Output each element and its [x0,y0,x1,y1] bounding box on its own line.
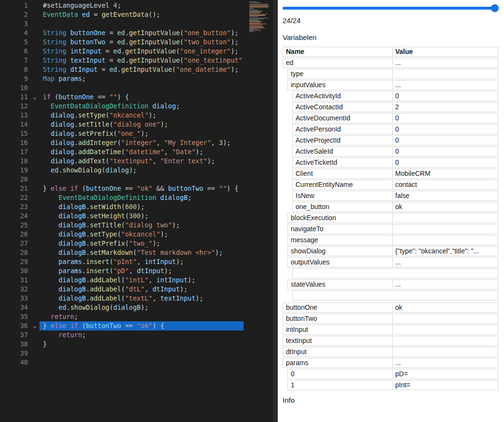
variable-row[interactable]: one_buttonok [292,202,498,212]
line-number[interactable]: 7 [0,56,30,65]
line-number[interactable]: 28 [0,248,30,257]
code-line[interactable]: 37 return; [0,330,278,340]
variable-row[interactable]: ActiveSaleId0 [292,146,498,157]
line-number[interactable]: 11 [0,92,30,102]
variable-row[interactable]: blockExecution [287,213,498,223]
line-number[interactable]: 6 [0,47,30,56]
line-number[interactable]: 31 [0,276,30,285]
line-number[interactable]: 38 [0,340,30,349]
line-number[interactable]: 3 [0,19,30,28]
variable-row[interactable]: buttonOneok [283,303,498,313]
code-line[interactable]: 18 dialog.addText("textinput", "Enter te… [0,157,278,166]
code-line[interactable]: 23 dialogB.setWidth(600); [0,202,278,211]
variable-row[interactable]: navigateTo [287,224,498,234]
variable-row[interactable]: textInput [283,336,498,346]
variable-row[interactable]: outputValues... [287,257,498,267]
code-line[interactable]: 16 dialog.addInteger("integer", "My Inte… [0,138,278,147]
line-number[interactable]: 18 [0,157,30,166]
code-line[interactable]: 7String textInput = ed.getInputValue("on… [0,56,278,65]
progress-slider[interactable] [283,4,498,13]
line-number[interactable]: 15 [0,129,30,138]
code-line[interactable]: 12 EventDataDialogDefinition dialog; [0,102,278,111]
line-number[interactable]: 30 [0,266,30,276]
fold-down-icon[interactable]: ⌄ [30,92,39,102]
variable-row[interactable]: stateValues... [287,279,498,290]
line-number[interactable]: 4 [0,28,30,38]
line-number[interactable]: 40 [0,358,30,367]
line-number[interactable]: 34 [0,303,30,312]
code-line[interactable]: 24 dialogB.setHeight(300); [0,211,278,221]
editor-scrollbar[interactable] [273,0,278,422]
line-number[interactable]: 32 [0,285,30,294]
line-number[interactable]: 5 [0,38,30,47]
code-line[interactable]: 15 dialog.setPrefix("one_"); [0,129,278,138]
variable-row[interactable]: ActiveActivityId0 [292,91,498,101]
line-number[interactable]: 33 [0,294,30,303]
line-number[interactable]: 16 [0,138,30,147]
code-line[interactable]: 38} [0,340,278,349]
code-line[interactable]: 6String intInput = ed.getInputValue("one… [0,47,278,56]
line-number[interactable]: 10 [0,83,30,92]
code-line[interactable]: 40 [0,358,278,367]
code-line[interactable]: 19 ed.showDialog(dialog); [0,166,278,175]
code-line[interactable]: 9Map params; [0,74,278,83]
variable-row[interactable]: CurrentEntityNamecontact [292,180,498,190]
slider-thumb[interactable] [491,4,499,12]
variable-row[interactable]: ActiveTicketId0 [292,158,498,168]
code-line[interactable]: 25 dialogB.setTitle("dialog two"); [0,221,278,230]
code-editor[interactable]: 1#setLanguageLevel 4;2EventData ed = get… [0,0,278,422]
code-line[interactable]: 35 return; [0,312,278,321]
code-line[interactable]: 11⌄if (buttonOne == "") { [0,92,278,102]
variable-row[interactable]: showDialog{"type": "okcancel","title": "… [287,246,498,256]
line-number[interactable]: 13 [0,111,30,120]
variable-row[interactable] [292,268,498,278]
code-line[interactable]: 8String dtInput = ed.getInputValue("one_… [0,65,278,74]
minimap[interactable] [249,1,271,37]
code-line[interactable]: 36⌄} else if (buttonTwo == "ok") { [0,321,278,330]
line-number[interactable]: 35 [0,312,30,321]
variable-row[interactable]: ActivePersonId0 [292,124,498,134]
code-line[interactable]: 30 params.insert("pD", dtInput); [0,266,278,276]
code-line[interactable]: 13 dialog.setType("okcancel"); [0,111,278,120]
code-line[interactable]: 33 dialogB.addLabel("textL", textInput); [0,294,278,303]
line-number[interactable]: 14 [0,120,30,129]
line-number[interactable]: 19 [0,166,30,175]
variable-row[interactable]: intInput [283,325,498,335]
code-line[interactable]: 5String buttonTwo = ed.getInputValue("tw… [0,38,278,47]
line-number[interactable]: 22 [0,193,30,202]
code-line[interactable]: 21} else if (buttonOne == "ok" && button… [0,184,278,193]
variable-row[interactable]: IsNewfalse [292,191,498,201]
code-line[interactable]: 14 dialog.setTitle("dialog one"); [0,120,278,129]
variable-row[interactable]: ActiveProjectId0 [292,135,498,145]
slider-track[interactable] [283,7,498,10]
variable-row[interactable]: dtInput [283,347,498,357]
code-line[interactable]: 27 dialogB.setPrefix("two_"); [0,239,278,248]
code-line[interactable]: 22 EventDataDialogDefinition dialogB; [0,193,278,202]
code-line[interactable]: 17 dialog.addDateTime("datetime", "Date"… [0,147,278,157]
code-line[interactable]: 32 dialogB.addLabel("dtL", dtInput); [0,285,278,294]
code-line[interactable]: 26 dialogB.setType("okcancel"); [0,230,278,239]
code-line[interactable]: 4String buttonOne = ed.getInputValue("on… [0,28,278,38]
line-number[interactable]: 20 [0,175,30,184]
code-line[interactable]: 29 params.insert("pInt", intInput); [0,257,278,266]
variable-row[interactable]: ed... [283,58,498,68]
code-line[interactable]: 39 [0,349,278,358]
variable-row[interactable]: ActiveDocumentId0 [292,113,498,123]
fold-down-icon[interactable]: ⌄ [30,321,39,330]
variable-row[interactable]: 1pInt= [287,380,498,390]
variable-row[interactable] [292,290,498,301]
line-number[interactable]: 23 [0,202,30,211]
variable-row[interactable]: params... [283,358,498,368]
code-line[interactable]: 34 ed.showDialog(dialogB); [0,303,278,312]
line-number[interactable]: 24 [0,211,30,221]
line-number[interactable]: 1 [0,1,30,10]
variable-row[interactable]: ClientMobileCRM [292,169,498,179]
line-number[interactable]: 27 [0,239,30,248]
line-number[interactable]: 26 [0,230,30,239]
variable-row[interactable]: type [287,69,498,79]
line-number[interactable]: 21 [0,184,30,193]
code-line[interactable]: 1#setLanguageLevel 4; [0,1,278,10]
line-number[interactable]: 2 [0,10,30,19]
line-number[interactable]: 17 [0,147,30,157]
code-line[interactable]: 10 [0,83,278,92]
